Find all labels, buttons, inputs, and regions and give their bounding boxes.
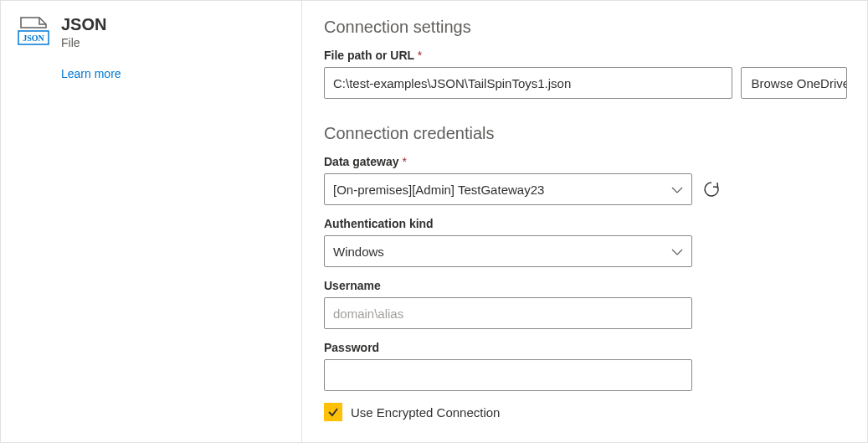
username-label: Username [324,279,847,292]
check-icon [327,406,339,418]
connection-settings-heading: Connection settings [324,18,847,37]
connector-subtitle: File [61,36,106,49]
connector-title: JSON [61,14,106,34]
connector-panel: JSON JSON File Learn more [1,1,302,442]
file-path-input[interactable] [324,67,732,99]
chevron-down-icon [671,183,683,197]
connection-credentials-heading: Connection credentials [324,124,847,143]
password-label: Password [324,341,847,354]
refresh-icon [702,180,721,198]
password-input[interactable] [324,359,692,391]
json-file-icon: JSON [18,16,49,52]
refresh-gateway-button[interactable] [701,178,722,200]
learn-more-link[interactable]: Learn more [61,67,285,80]
settings-panel: Connection settings File path or URL * B… [302,1,867,442]
username-input[interactable] [324,297,692,329]
auth-kind-label: Authentication kind [324,217,847,230]
chevron-down-icon [671,245,683,259]
file-path-label: File path or URL * [324,49,847,62]
data-gateway-label: Data gateway * [324,155,847,168]
auth-kind-select[interactable]: Windows [324,235,692,267]
browse-onedrive-button[interactable]: Browse OneDrive... [741,67,847,99]
encrypted-connection-label: Use Encrypted Connection [351,405,500,420]
encrypted-connection-checkbox[interactable] [324,403,342,421]
data-gateway-select[interactable]: [On-premises][Admin] TestGateway23 [324,173,692,205]
svg-text:JSON: JSON [23,33,44,43]
